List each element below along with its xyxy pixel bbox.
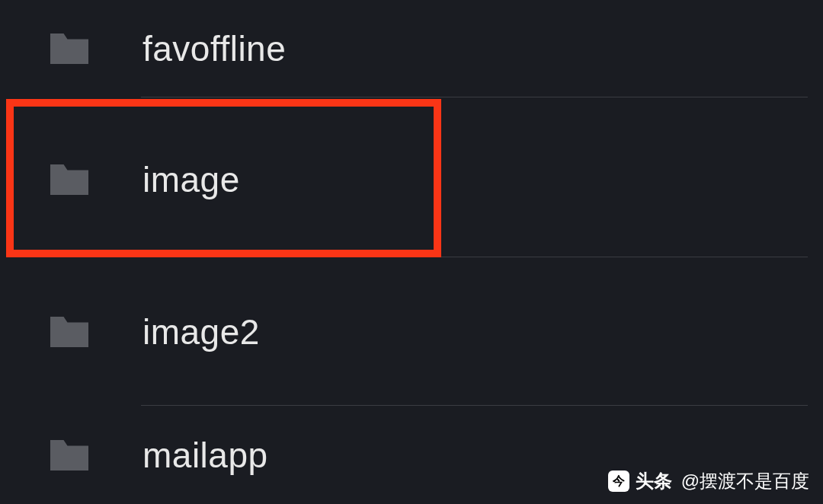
folder-icon [46,30,93,68]
folder-name-label: mailapp [143,435,268,476]
folder-item-image[interactable]: image [0,101,823,257]
folder-name-label: image [143,159,240,200]
watermark-logo-icon: 今 [608,471,629,492]
folder-item-image2[interactable]: image2 [0,257,823,406]
watermark-brand-label: 头条 [636,469,672,493]
folder-name-label: favoffline [143,28,286,69]
watermark-handle-label: @摆渡不是百度 [681,469,809,493]
watermark: 今 头条 @摆渡不是百度 [608,469,809,493]
folder-icon [46,313,93,351]
divider [141,97,808,97]
folder-icon [46,161,93,199]
folder-list: favoffline image image2 mailapp [0,0,823,504]
folder-item-favoffline[interactable]: favoffline [0,0,823,97]
folder-icon [46,436,93,474]
folder-name-label: image2 [143,311,260,352]
